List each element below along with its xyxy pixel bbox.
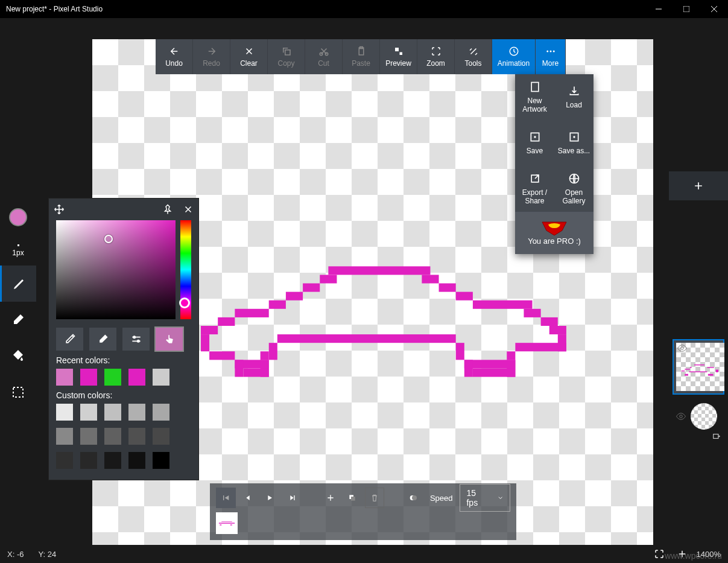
export-icon[interactable] bbox=[711, 432, 722, 441]
add-frame-button[interactable] bbox=[320, 488, 340, 508]
color-swatch[interactable] bbox=[153, 404, 169, 421]
layer-thumbnail bbox=[676, 343, 724, 391]
frame-thumbnail[interactable] bbox=[216, 512, 238, 534]
layer-item[interactable] bbox=[673, 401, 724, 445]
load-label: Load bbox=[566, 101, 582, 109]
pin-icon[interactable] bbox=[162, 204, 173, 215]
svg-rect-10 bbox=[456, 292, 473, 301]
svg-rect-7 bbox=[303, 284, 320, 292]
saturation-value-picker[interactable] bbox=[56, 220, 176, 319]
close-button[interactable] bbox=[700, 0, 728, 18]
svg-point-44 bbox=[546, 51, 548, 52]
save-as-button[interactable]: Save as... bbox=[554, 120, 593, 166]
redo-label: Redo bbox=[203, 59, 220, 68]
color-swatch[interactable] bbox=[56, 369, 73, 386]
save-button[interactable]: Save bbox=[515, 120, 554, 166]
color-swatch[interactable] bbox=[128, 404, 145, 421]
delete-frame-button[interactable] bbox=[365, 488, 385, 508]
color-swatch[interactable] bbox=[80, 369, 97, 386]
cut-button[interactable]: Cut bbox=[305, 39, 343, 74]
more-button[interactable]: More bbox=[536, 39, 566, 74]
close-panel-icon[interactable] bbox=[183, 204, 194, 215]
next-frame-button[interactable] bbox=[282, 488, 302, 508]
hue-cursor bbox=[179, 297, 190, 308]
svg-point-49 bbox=[534, 136, 536, 138]
svg-rect-19 bbox=[201, 334, 209, 351]
color-swatch[interactable] bbox=[104, 428, 121, 445]
color-swatch[interactable] bbox=[128, 428, 145, 445]
svg-rect-9 bbox=[286, 292, 303, 301]
eye-icon[interactable] bbox=[675, 411, 687, 422]
zoom-label: Zoom bbox=[426, 59, 445, 68]
color-swatch[interactable] bbox=[56, 404, 73, 421]
svg-point-56 bbox=[137, 340, 139, 342]
touch-mode-button[interactable] bbox=[156, 328, 183, 351]
pro-status[interactable]: You are PRO :) bbox=[515, 212, 593, 254]
color-swatch[interactable] bbox=[104, 404, 121, 421]
frame-strip bbox=[210, 512, 516, 534]
onion-skin-button[interactable] bbox=[403, 488, 423, 508]
window-title: New project* - Pixel Art Studio bbox=[6, 5, 103, 13]
color-swatch[interactable] bbox=[153, 428, 169, 445]
svg-rect-5 bbox=[320, 275, 337, 283]
zoom-button[interactable]: Zoom bbox=[417, 39, 455, 74]
paste-button[interactable]: Paste bbox=[343, 39, 380, 74]
play-button[interactable] bbox=[260, 488, 280, 508]
redo-button[interactable]: Redo bbox=[193, 39, 230, 74]
color-swatch[interactable] bbox=[104, 369, 121, 386]
minimize-button[interactable] bbox=[645, 0, 673, 18]
move-icon[interactable] bbox=[54, 204, 65, 215]
open-gallery-button[interactable]: Open Gallery bbox=[554, 166, 593, 212]
erase-color-button[interactable] bbox=[89, 328, 116, 351]
color-swatch[interactable] bbox=[80, 452, 97, 469]
color-swatch[interactable] bbox=[104, 452, 121, 469]
svg-rect-65 bbox=[685, 374, 688, 376]
undo-button[interactable]: Undo bbox=[156, 39, 193, 74]
export-share-button[interactable]: Export / Share bbox=[515, 166, 554, 212]
svg-rect-58 bbox=[694, 364, 704, 365]
animation-button[interactable]: Animation bbox=[492, 39, 536, 74]
maximize-button[interactable] bbox=[673, 0, 700, 18]
svg-rect-33 bbox=[464, 360, 473, 377]
brush-size-button[interactable]: 1px bbox=[0, 235, 36, 266]
color-swatch[interactable] bbox=[153, 369, 169, 386]
color-swatch[interactable] bbox=[153, 452, 169, 469]
eye-icon[interactable] bbox=[676, 343, 688, 354]
copy-button[interactable]: Copy bbox=[268, 39, 305, 74]
svg-point-67 bbox=[680, 415, 683, 418]
layer-item[interactable] bbox=[673, 339, 724, 395]
duplicate-frame-button[interactable] bbox=[343, 488, 362, 508]
eyedropper-button[interactable] bbox=[56, 328, 83, 351]
new-artwork-button[interactable]: New Artwork bbox=[515, 74, 554, 120]
first-frame-button[interactable] bbox=[216, 488, 236, 508]
hue-slider[interactable] bbox=[180, 220, 191, 319]
svg-rect-29 bbox=[515, 343, 566, 351]
svg-rect-60 bbox=[707, 367, 714, 367]
pencil-tool-button[interactable] bbox=[0, 266, 36, 302]
svg-rect-1 bbox=[683, 6, 689, 12]
preview-button[interactable]: Preview bbox=[380, 39, 417, 74]
color-swatch[interactable] bbox=[56, 428, 73, 445]
color-swatch[interactable] bbox=[128, 369, 145, 386]
color-swatch[interactable] bbox=[80, 404, 97, 421]
status-bar: X: -6 Y: 24 1400% bbox=[0, 545, 728, 563]
select-tool-button[interactable] bbox=[0, 374, 36, 410]
load-button[interactable]: Load bbox=[554, 74, 593, 120]
cut-label: Cut bbox=[318, 59, 329, 68]
prev-frame-button[interactable] bbox=[238, 488, 258, 508]
speed-label: Speed bbox=[430, 494, 453, 503]
color-swatch[interactable] bbox=[80, 428, 97, 445]
chevron-down-icon bbox=[497, 494, 504, 501]
svg-rect-61 bbox=[685, 369, 690, 369]
eraser-tool-button[interactable] bbox=[0, 302, 36, 338]
svg-rect-70 bbox=[351, 497, 355, 501]
fill-tool-button[interactable] bbox=[0, 338, 36, 374]
fps-selector[interactable]: 15 fps bbox=[460, 484, 510, 512]
color-swatch[interactable] bbox=[56, 452, 73, 469]
sliders-button[interactable] bbox=[122, 328, 150, 351]
add-layer-button[interactable] bbox=[669, 171, 728, 200]
tools-button[interactable]: Tools bbox=[455, 39, 492, 74]
color-swatch[interactable] bbox=[128, 452, 145, 469]
color-indicator-button[interactable] bbox=[0, 199, 36, 235]
clear-button[interactable]: Clear bbox=[230, 39, 268, 74]
